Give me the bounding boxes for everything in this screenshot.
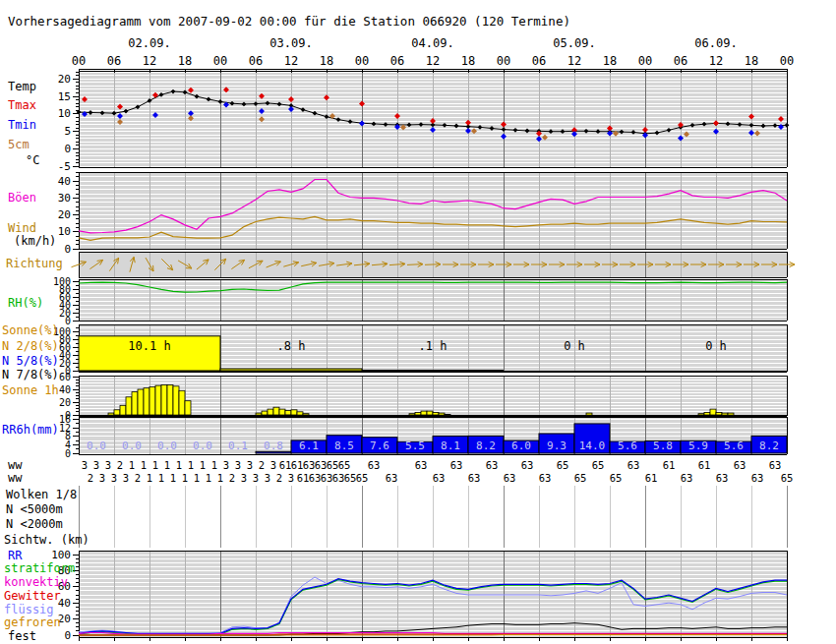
ww-code: 3 (105, 459, 111, 471)
sunshine-hour-bar (285, 410, 291, 415)
ww-code: 63 (368, 459, 381, 471)
row-label-tmax: Tmax (8, 98, 36, 112)
precip-value: 0.0 (157, 439, 177, 452)
row-label-n2000: N <2000m (6, 517, 63, 531)
ww-code: 1 (200, 459, 206, 471)
ww-code: 61 (698, 459, 711, 471)
ww-code: 3 (123, 472, 129, 484)
ww-code: 63 (681, 472, 693, 484)
ww-code: 3 (235, 459, 241, 471)
row-label-sonne1h: Sonne 1h (2, 383, 59, 397)
sunshine-hour-bar (415, 412, 421, 415)
ww-code: 3 (288, 472, 294, 484)
row-label-richtung: Richtung (6, 257, 63, 270)
ww-code: 3 (82, 459, 88, 471)
precip-value: 5.5 (405, 439, 425, 452)
sunshine-hour-bar (445, 414, 450, 415)
ww-code: 1 (152, 459, 158, 471)
ww-code: 2 (259, 459, 265, 471)
ww-code: 1 (211, 459, 217, 471)
precip-value: 8.2 (476, 439, 496, 452)
row-label-t5cm: 5cm (8, 138, 30, 151)
sunshine-hour-bar (433, 412, 439, 415)
row-label-wolken: Wolken 1/8 (6, 488, 77, 501)
row-label-fluessig: flüssig (4, 603, 54, 616)
ww-code: 3 (265, 472, 270, 484)
ww-code: 3 (270, 459, 276, 471)
ww-code: 3 (241, 472, 247, 484)
precip-value: 0.0 (193, 439, 212, 452)
y-tick-label: 0 (65, 448, 71, 459)
ww-code: 63 (415, 459, 428, 471)
ww-code: 1 (129, 459, 135, 471)
ww-code: 63 (386, 472, 398, 484)
precip-value: 5.6 (724, 439, 744, 452)
ww-code: 63 (303, 459, 316, 471)
sunshine-hour-bar (144, 388, 149, 415)
ww-code: 63 (751, 472, 764, 484)
ww-code: 2 (117, 459, 123, 471)
row-label-temp: Temp (8, 80, 36, 93)
row-label-sichtw: Sichtw. (km) (4, 533, 90, 547)
forecast-meteogram: Vorhersagediagramm vom 2007-09-02 00:00 … (0, 0, 836, 644)
y-tick-label: 20 (59, 397, 71, 408)
ww-code: 63 (769, 459, 782, 471)
sunshine-hour-bar (297, 412, 303, 415)
sunshine-day-label: 0 h (564, 339, 585, 353)
y-tick-label: 0 (64, 243, 71, 256)
ww-code: 63 (521, 459, 534, 471)
hour-label: 00 (72, 54, 86, 68)
ww-code: 63 (450, 459, 463, 471)
ww-code: 2 (88, 472, 93, 484)
sunshine-hour-bar (279, 409, 285, 415)
sunshine-hour-bar (704, 412, 710, 415)
sunshine-hour-bar (262, 411, 268, 415)
row-label-rr: RR (8, 549, 23, 562)
y-tick-label: 0 (64, 629, 71, 642)
row-label-wind: Wind (8, 221, 36, 235)
hour-label: 18 (745, 54, 758, 68)
ww-code: 3 (223, 459, 229, 471)
hour-label: 06 (532, 54, 546, 68)
precip-value: 0.8 (264, 439, 283, 452)
sunshine-hour-bar (698, 414, 704, 415)
panel-temperature: 20151050-5 (58, 71, 787, 173)
panel-wind_speed: 403020100 (58, 172, 787, 256)
precip-value: 6.1 (299, 439, 319, 452)
sunshine-hour-bar (710, 409, 716, 415)
y-tick-label: 5 (64, 125, 71, 138)
hour-label: 00 (213, 54, 227, 68)
precip-value: 8.1 (441, 439, 460, 452)
hour-label: 12 (709, 54, 723, 68)
ww-code: 3 (99, 472, 105, 484)
y-tick-label: 0 (65, 316, 71, 326)
sunshine-hour-bar (409, 414, 415, 415)
ww-code: 65 (610, 472, 623, 484)
ww-code: 63 (716, 472, 729, 484)
hour-label: 00 (638, 54, 652, 68)
ww-code: 63 (315, 459, 328, 471)
ww-code: 63 (468, 472, 481, 484)
hour-label: 12 (567, 54, 581, 68)
precip-value: 7.6 (370, 439, 389, 452)
y-tick-label: 40 (58, 175, 71, 188)
precip-value: 5.8 (653, 439, 673, 452)
ww-code: 3 (253, 472, 259, 484)
sunshine-hour-bar (421, 411, 427, 415)
y-tick-label: 20 (58, 73, 71, 86)
ww-code: 1 (147, 472, 152, 484)
sunshine-hour-bar (173, 386, 179, 415)
date-label: 04.09. (411, 36, 453, 50)
row-label-gefroren: gefroren (4, 615, 61, 629)
sunshine-hour-bar (586, 413, 592, 415)
ww-code: 65 (356, 472, 369, 484)
ww-code: 3 (93, 459, 99, 471)
row-label-boen: Böen (8, 191, 36, 205)
ww-code: 63 (433, 472, 446, 484)
sunshine-hour-bar (273, 407, 279, 415)
ww-code: 65 (781, 472, 794, 484)
sunshine-hour-bar (179, 390, 185, 415)
ww-code: 3 (247, 459, 253, 471)
hour-label: 00 (355, 54, 369, 68)
sunshine-day-label: .1 h (419, 339, 448, 353)
